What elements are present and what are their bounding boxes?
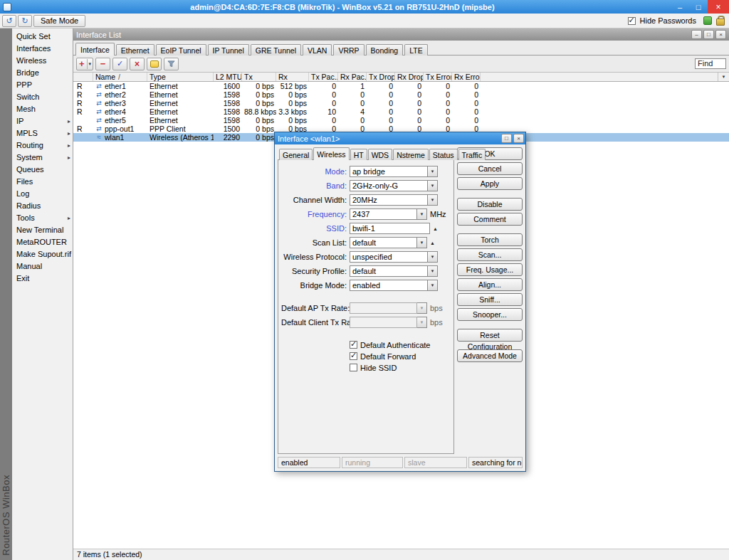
add-interface-button[interactable]: + ▾ — [76, 58, 93, 70]
bridge-mode-select[interactable]: enabled — [350, 280, 428, 291]
dropdown-arrow-button[interactable] — [417, 237, 427, 248]
column-tx-packet[interactable]: Tx Pac... — [309, 73, 338, 81]
collapse-arrow-button[interactable]: ▲ — [433, 226, 438, 231]
hide-ssid-label[interactable]: Hide SSID — [360, 364, 397, 372]
sidebar-item-queues[interactable]: Queues — [12, 164, 73, 176]
wireless-protocol-select[interactable]: unspecified — [350, 251, 428, 263]
table-row[interactable]: R ether1 Ethernet 1600 0 bps 512 bps 0 1… — [73, 82, 729, 90]
column-flag[interactable] — [73, 73, 93, 81]
comment-button[interactable]: Comment — [457, 213, 523, 226]
table-row[interactable]: R ether2 Ethernet 1598 0 bps 0 bps 0 0 0… — [73, 90, 729, 99]
dropdown-arrow-button[interactable] — [417, 208, 427, 220]
scan-list-select[interactable]: default — [350, 237, 417, 248]
maximize-button[interactable]: □ — [689, 0, 708, 14]
close-button[interactable]: × — [513, 134, 524, 143]
interface-list-titlebar[interactable]: Interface List – □ × — [73, 28, 729, 41]
snooper-button[interactable]: Snooper... — [457, 308, 523, 321]
mode-select[interactable]: ap bridge — [350, 166, 428, 177]
sidebar-item-metarouter[interactable]: MetaROUTER — [12, 236, 73, 248]
sidebar-item-files[interactable]: Files — [12, 176, 73, 188]
tab-ethernet[interactable]: Ethernet — [116, 44, 154, 56]
dropdown-arrow-button[interactable] — [428, 265, 438, 277]
channel-width-select[interactable]: 20MHz — [350, 194, 428, 206]
sidebar-item-manual[interactable]: Manual — [12, 260, 73, 273]
close-button[interactable]: × — [708, 0, 729, 14]
close-button[interactable]: × — [715, 30, 726, 39]
torch-button[interactable]: Torch — [457, 233, 523, 246]
table-row[interactable]: R ether4 Ethernet 1598 88.8 kbps 3.3 kbp… — [73, 107, 729, 116]
tab-vlan[interactable]: VLAN — [303, 44, 332, 56]
sidebar-item-system[interactable]: System▸ — [12, 152, 73, 164]
sidebar-item-new-terminal[interactable]: New Terminal — [12, 224, 73, 236]
column-rx-errors[interactable]: Rx Errors — [452, 73, 481, 81]
security-profile-select[interactable]: default — [350, 265, 428, 277]
sidebar-item-wireless[interactable]: Wireless — [12, 55, 73, 67]
column-tx-drops[interactable]: Tx Drops — [367, 73, 395, 81]
column-type[interactable]: Type — [147, 73, 214, 81]
ssid-input[interactable]: bwifi-1 — [350, 223, 430, 234]
tab-general[interactable]: General — [279, 149, 313, 160]
table-row[interactable]: R ether3 Ethernet 1598 0 bps 0 bps 0 0 0… — [73, 99, 729, 107]
remove-button[interactable]: − — [95, 58, 110, 70]
sidebar-item-mesh[interactable]: Mesh — [12, 103, 73, 115]
column-rx-drops[interactable]: Rx Drops — [395, 73, 424, 81]
tab-ht[interactable]: HT — [350, 149, 367, 160]
sidebar-item-log[interactable]: Log — [12, 188, 73, 200]
safe-mode-button[interactable]: Safe Mode — [33, 15, 85, 27]
column-rx-packet[interactable]: Rx Pac... — [338, 73, 367, 81]
sniff-button[interactable]: Sniff... — [457, 293, 523, 306]
sidebar-item-ip[interactable]: IP▸ — [12, 115, 73, 127]
sidebar-item-ppp[interactable]: PPP — [12, 79, 73, 91]
redo-button[interactable]: ↻ — [18, 15, 32, 27]
hide-ssid-checkbox[interactable] — [350, 364, 357, 371]
minimize-button[interactable]: – — [691, 30, 702, 39]
sidebar-item-tools[interactable]: Tools▸ — [12, 212, 73, 224]
disable-button[interactable]: Disable — [457, 198, 523, 211]
sidebar-item-exit[interactable]: Exit — [12, 273, 73, 285]
tab-ip-tunnel[interactable]: IP Tunnel — [208, 44, 249, 56]
hide-passwords-checkbox[interactable] — [628, 17, 636, 25]
hide-passwords-label[interactable]: Hide Passwords — [640, 16, 696, 25]
sidebar-item-make-supout[interactable]: Make Supout.rif — [12, 248, 73, 260]
column-tx-errors[interactable]: Tx Errors — [424, 73, 452, 81]
tab-interface[interactable]: Interface — [75, 43, 115, 56]
tab-bonding[interactable]: Bonding — [366, 44, 404, 56]
default-authenticate-label[interactable]: Default Authenticate — [360, 341, 430, 349]
dropdown-arrow-button[interactable] — [428, 280, 438, 291]
advanced-mode-button[interactable]: Advanced Mode — [457, 349, 523, 362]
dropdown-arrow-button[interactable] — [417, 317, 427, 328]
default-forward-label[interactable]: Default Forward — [360, 352, 416, 361]
maximize-button[interactable]: □ — [703, 30, 714, 39]
tab-lte[interactable]: LTE — [404, 44, 427, 56]
collapse-arrow-button[interactable]: ▲ — [430, 241, 435, 245]
dropdown-arrow-button[interactable] — [417, 302, 427, 314]
sidebar-item-interfaces[interactable]: Interfaces — [12, 43, 73, 55]
apply-button[interactable]: Apply — [457, 177, 523, 190]
dialog-titlebar[interactable]: Interface <wlan1> □ × — [275, 132, 525, 144]
maximize-button[interactable]: □ — [501, 134, 512, 143]
freq-usage-button[interactable]: Freq. Usage... — [457, 263, 523, 276]
tab-traffic[interactable]: Traffic — [458, 149, 486, 160]
column-l2mtu[interactable]: L2 MTU — [214, 73, 242, 81]
column-tx[interactable]: Tx — [242, 73, 276, 81]
sidebar-item-mpls[interactable]: MPLS▸ — [12, 127, 73, 139]
app-titlebar[interactable]: admin@D4:CA:6D:7E:F8:CB (MikroTik) - Win… — [0, 0, 729, 14]
scan-button[interactable]: Scan... — [457, 248, 523, 261]
dropdown-arrow-button[interactable] — [428, 251, 438, 263]
reset-configuration-button[interactable]: Reset Configuration — [457, 329, 523, 342]
default-client-tx-rate-input[interactable] — [350, 317, 417, 328]
dropdown-arrow-button[interactable] — [428, 166, 438, 177]
sidebar-item-routing[interactable]: Routing▸ — [12, 139, 73, 152]
tab-nstreme[interactable]: Nstreme — [393, 149, 429, 160]
tab-wireless[interactable]: Wireless — [313, 147, 349, 160]
sidebar-item-radius[interactable]: Radius — [12, 200, 73, 212]
default-forward-checkbox[interactable] — [350, 352, 357, 360]
tab-gre-tunnel[interactable]: GRE Tunnel — [251, 44, 301, 56]
dropdown-arrow-button[interactable] — [428, 180, 438, 191]
undo-button[interactable]: ↺ — [2, 15, 16, 27]
enable-button[interactable]: ✓ — [112, 58, 127, 70]
dropdown-arrow-button[interactable] — [428, 194, 438, 206]
comment-button[interactable] — [147, 58, 162, 70]
tab-wds[interactable]: WDS — [368, 149, 393, 160]
find-input[interactable]: Find — [695, 58, 726, 69]
